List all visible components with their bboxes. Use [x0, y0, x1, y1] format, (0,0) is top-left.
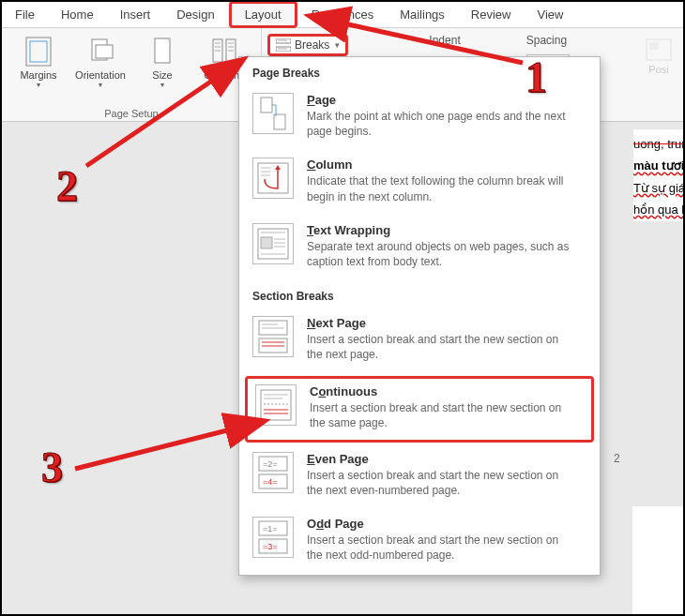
svg-line-55 — [75, 428, 235, 469]
arrow-1 — [2, 2, 685, 616]
callout-1: 1 — [525, 53, 547, 102]
callout-2: 2 — [56, 161, 78, 211]
svg-line-53 — [340, 23, 523, 63]
callout-3: 3 — [41, 443, 63, 492]
svg-line-54 — [86, 77, 218, 166]
